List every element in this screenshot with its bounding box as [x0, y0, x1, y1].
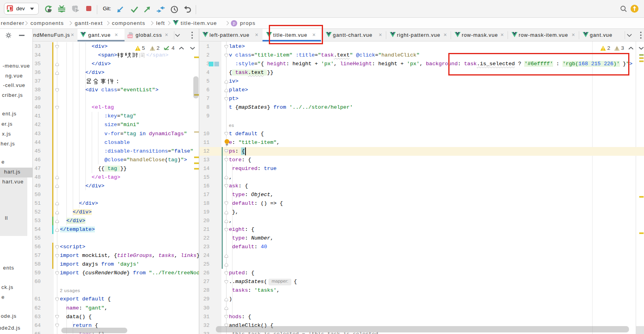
svg-text:css: css	[128, 35, 132, 38]
